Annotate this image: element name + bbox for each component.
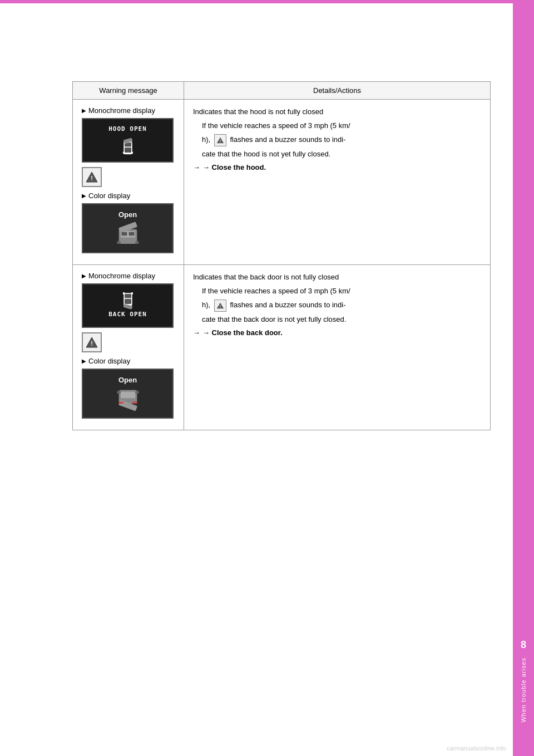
- svg-rect-29: [135, 391, 139, 394]
- mono-display-hood: HOOD OPEN: [82, 118, 174, 163]
- color-display-label-back: Color display: [82, 357, 175, 365]
- color-display-hood: Open: [82, 203, 174, 253]
- svg-rect-13: [121, 232, 127, 236]
- svg-rect-28: [117, 391, 121, 394]
- warning-cell-back: Monochrome display: [73, 265, 184, 430]
- svg-text:!: !: [220, 139, 221, 143]
- details-line2-back: If the vehicle reaches a speed of 3 mph …: [193, 286, 481, 297]
- inline-warning-icon-hood: !: [214, 134, 226, 146]
- svg-text:!: !: [91, 175, 93, 181]
- small-warning-icon-hood: !: [82, 167, 102, 187]
- warning-cell-hood: Monochrome display HOOD OPEN: [73, 100, 184, 265]
- inline-triangle-icon-back: !: [216, 302, 224, 310]
- svg-rect-12: [135, 241, 139, 244]
- warning-triangle-icon-back: !: [85, 336, 98, 349]
- svg-rect-22: [131, 292, 133, 294]
- svg-text:!: !: [91, 340, 93, 347]
- color-message-hood: Open: [118, 210, 137, 219]
- color-message-back: Open: [118, 376, 137, 384]
- details-line3-back: h), ! flashes and a buzzer sounds to ind…: [193, 300, 481, 312]
- mono-display-back: BACK OPEN: [82, 283, 174, 328]
- col-header-warning: Warning message: [73, 82, 184, 100]
- svg-rect-21: [123, 292, 125, 294]
- details-line1-hood: Indicates that the hood is not fully clo…: [193, 106, 481, 118]
- color-display-back: Open: [82, 369, 174, 419]
- chapter-label: When trouble arises: [520, 657, 527, 723]
- small-warning-icon-back: !: [82, 332, 102, 352]
- action-back: →→ Close the back door.: [193, 327, 481, 339]
- mono-message-hood: HOOD OPEN: [108, 125, 147, 132]
- svg-rect-2: [125, 148, 131, 153]
- side-chapter-tab: 8 When trouble arises: [513, 0, 534, 756]
- action-hood: →→ Close the hood.: [193, 162, 481, 174]
- details-cell-back: Indicates that the back door is not full…: [184, 265, 491, 430]
- details-line4-back: cate that the back door is not yet fully…: [193, 314, 481, 326]
- chapter-number: 8: [521, 639, 526, 651]
- warning-triangle-icon: !: [85, 170, 98, 184]
- color-car-hood-icon: [114, 221, 142, 246]
- details-text-hood: Indicates that the hood is not fully clo…: [193, 106, 481, 174]
- details-line3-hood: h), ! flashes and a buzzer sounds to ind…: [193, 134, 481, 146]
- warning-table: Warning message Details/Actions Monochro…: [72, 81, 491, 430]
- inline-triangle-icon: !: [216, 136, 224, 144]
- details-line4-hood: cate that the hood is not yet fully clos…: [193, 149, 481, 160]
- color-car-back-icon: [114, 386, 142, 411]
- table-row: Monochrome display HOOD OPEN: [73, 100, 491, 265]
- svg-rect-19: [125, 299, 131, 304]
- inline-warning-icon-back: !: [214, 300, 226, 312]
- svg-rect-31: [132, 402, 137, 404]
- svg-text:!: !: [220, 305, 221, 308]
- mono-display-label-back: Monochrome display: [82, 272, 175, 280]
- svg-rect-4: [123, 151, 125, 154]
- svg-rect-26: [120, 392, 135, 398]
- table-row: Monochrome display: [73, 265, 491, 430]
- details-cell-hood: Indicates that the hood is not fully clo…: [184, 100, 491, 265]
- details-line2-hood: If the vehicle reaches a speed of 3 mph …: [193, 120, 481, 132]
- mono-car-back-icon: [118, 291, 138, 311]
- color-display-label-hood: Color display: [82, 192, 175, 200]
- footer-watermark: carmanualsonline.info: [447, 745, 506, 752]
- svg-rect-11: [117, 241, 121, 244]
- mono-message-back: BACK OPEN: [108, 311, 147, 318]
- svg-rect-30: [118, 402, 123, 404]
- svg-rect-14: [128, 232, 134, 236]
- details-line1-back: Indicates that the back door is not full…: [193, 272, 481, 283]
- mono-car-hood-icon: [118, 136, 138, 156]
- details-text-back: Indicates that the back door is not full…: [193, 272, 481, 339]
- svg-rect-5: [131, 151, 133, 154]
- main-content: Warning message Details/Actions Monochro…: [0, 3, 513, 453]
- mono-display-label-hood: Monochrome display: [82, 106, 175, 115]
- col-header-details: Details/Actions: [184, 82, 491, 100]
- svg-rect-18: [125, 294, 131, 298]
